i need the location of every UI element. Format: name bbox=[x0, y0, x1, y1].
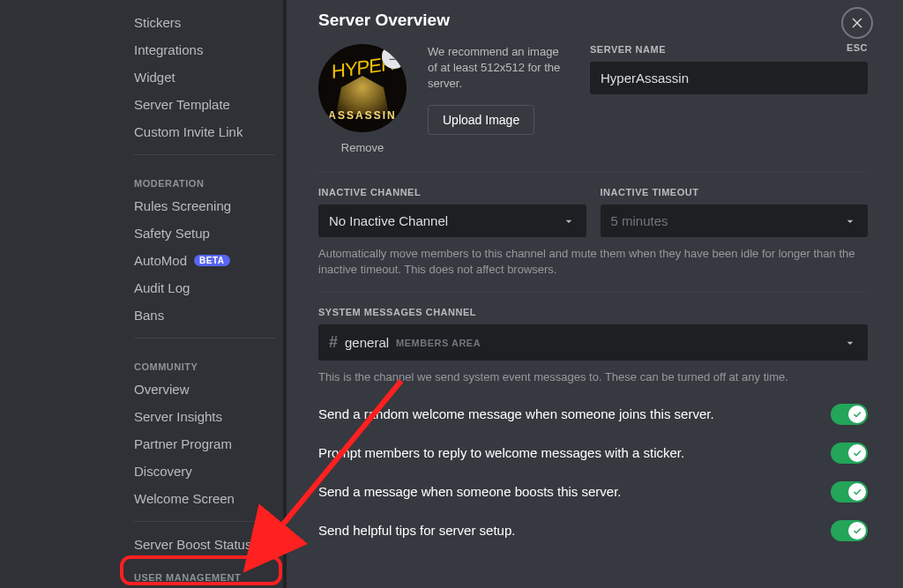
system-channel-name: general bbox=[345, 335, 389, 350]
close-icon bbox=[841, 7, 873, 39]
check-icon bbox=[848, 522, 866, 540]
check-icon bbox=[848, 444, 866, 462]
toggle-label-boost-msg: Send a message when someone boosts this … bbox=[318, 484, 622, 499]
toggle-label-setup-tips: Send helpful tips for server setup. bbox=[318, 523, 515, 538]
page-title: Server Overview bbox=[318, 11, 868, 30]
sidebar-item-rules-screening[interactable]: Rules Screening bbox=[123, 192, 286, 220]
sidebar-item-overview[interactable]: Overview bbox=[123, 376, 286, 403]
chevron-down-icon bbox=[562, 214, 576, 228]
main-content: ESC Server Overview HYPER ASSASSIN Remov… bbox=[287, 0, 903, 588]
system-messages-select[interactable]: # general MEMBERS AREA bbox=[318, 324, 868, 361]
sidebar-item-widget[interactable]: Widget bbox=[123, 63, 286, 91]
chevron-down-icon bbox=[843, 214, 857, 228]
toggle-boost-msg[interactable] bbox=[831, 481, 868, 502]
esc-label: ESC bbox=[847, 42, 868, 53]
sidebar-item-stickers[interactable]: Stickers bbox=[123, 9, 286, 36]
sidebar-item-discovery[interactable]: Discovery bbox=[123, 458, 286, 485]
divider bbox=[134, 338, 275, 339]
upload-image-icon[interactable] bbox=[382, 44, 407, 69]
divider bbox=[134, 154, 275, 155]
recommend-text: We recommend an image of at least 512x51… bbox=[428, 44, 569, 93]
divider bbox=[134, 521, 275, 522]
system-help-text: This is the channel we send system event… bbox=[318, 369, 868, 385]
system-messages-label: System Messages Channel bbox=[318, 307, 868, 317]
divider bbox=[318, 172, 868, 173]
settings-sidebar: Stickers Integrations Widget Server Temp… bbox=[0, 0, 287, 588]
remove-icon-link[interactable]: Remove bbox=[341, 141, 384, 154]
sidebar-item-welcome-screen[interactable]: Welcome Screen bbox=[123, 485, 286, 512]
check-icon bbox=[848, 406, 866, 423]
check-icon bbox=[848, 483, 866, 501]
sidebar-header-community: Community bbox=[123, 347, 286, 376]
system-channel-category: MEMBERS AREA bbox=[396, 338, 481, 348]
sidebar-item-partner-program[interactable]: Partner Program bbox=[123, 430, 286, 458]
sidebar-item-custom-invite-link[interactable]: Custom Invite Link bbox=[123, 118, 286, 145]
beta-badge: BETA bbox=[194, 255, 229, 266]
sidebar-item-automod[interactable]: AutoMod BETA bbox=[123, 247, 286, 274]
sidebar-item-server-boost-status[interactable]: Server Boost Status bbox=[123, 531, 286, 558]
server-icon-text-bottom: ASSASSIN bbox=[328, 109, 396, 122]
toggle-label-sticker-prompt: Prompt members to reply to welcome messa… bbox=[318, 445, 684, 460]
toggle-sticker-prompt[interactable] bbox=[831, 443, 868, 464]
boost-icon bbox=[263, 539, 275, 551]
inactive-channel-label: Inactive Channel bbox=[318, 187, 586, 197]
toggle-setup-tips[interactable] bbox=[831, 520, 868, 541]
sidebar-item-server-insights[interactable]: Server Insights bbox=[123, 403, 286, 430]
inactive-channel-select[interactable]: No Inactive Channel bbox=[318, 205, 586, 237]
sidebar-item-bans[interactable]: Bans bbox=[123, 301, 286, 329]
chevron-down-icon bbox=[843, 336, 857, 350]
sidebar-item-safety-setup[interactable]: Safety Setup bbox=[123, 220, 286, 247]
upload-image-button[interactable]: Upload Image bbox=[428, 105, 534, 135]
inactive-timeout-value: 5 minutes bbox=[611, 213, 668, 228]
inactive-help-text: Automatically move members to this chann… bbox=[318, 246, 868, 278]
divider bbox=[318, 292, 868, 293]
sidebar-header-moderation: Moderation bbox=[123, 164, 286, 192]
server-name-label: Server Name bbox=[590, 44, 868, 55]
inactive-channel-value: No Inactive Channel bbox=[329, 213, 448, 228]
toggle-label-welcome: Send a random welcome message when someo… bbox=[318, 406, 714, 421]
sidebar-item-audit-log[interactable]: Audit Log bbox=[123, 274, 286, 301]
toggle-welcome[interactable] bbox=[831, 404, 868, 425]
hash-icon: # bbox=[329, 333, 338, 352]
sidebar-item-label: AutoMod bbox=[134, 253, 187, 268]
sidebar-item-integrations[interactable]: Integrations bbox=[123, 36, 286, 63]
sidebar-item-label: Server Boost Status bbox=[134, 537, 251, 552]
sidebar-item-server-template[interactable]: Server Template bbox=[123, 91, 286, 118]
inactive-timeout-label: Inactive Timeout bbox=[601, 187, 869, 197]
server-icon[interactable]: HYPER ASSASSIN bbox=[318, 44, 407, 132]
server-name-input[interactable] bbox=[590, 62, 868, 94]
sidebar-header-user-management: User Management bbox=[123, 558, 286, 586]
inactive-timeout-select[interactable]: 5 minutes bbox=[601, 205, 869, 237]
close-button[interactable]: ESC bbox=[841, 7, 873, 53]
